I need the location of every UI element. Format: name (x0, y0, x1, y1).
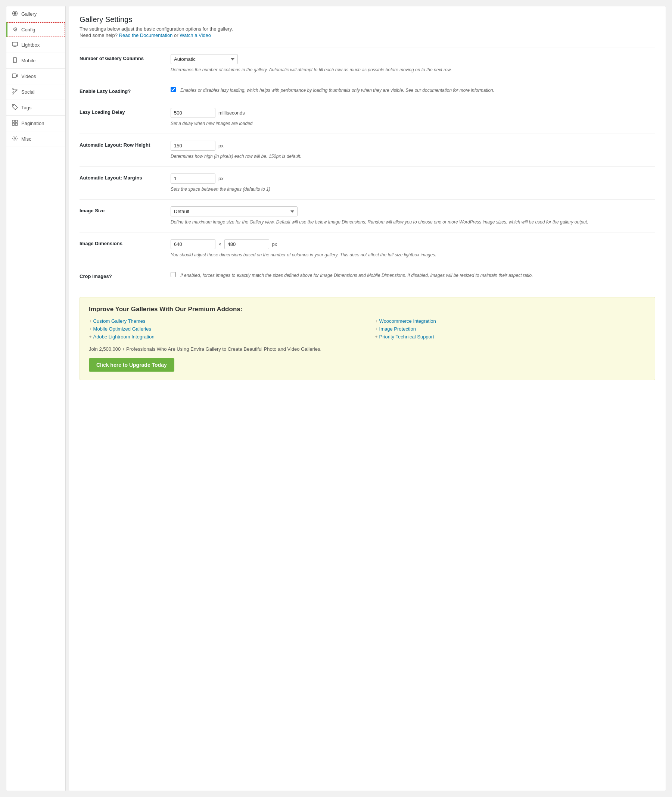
svg-point-13 (14, 138, 16, 139)
lazy-delay-label: Lazy Loading Delay (80, 108, 162, 115)
premium-plus-1: + (375, 318, 378, 324)
mobile-icon (11, 57, 18, 64)
crop-images-label: Crop Images? (80, 272, 162, 279)
config-icon: ⚙ (11, 26, 18, 33)
premium-link-lightroom[interactable]: Adobe Lightroom Integration (93, 334, 155, 340)
sidebar-item-pagination[interactable]: Pagination (6, 116, 66, 131)
premium-link-mobile-galleries[interactable]: Mobile Optimized Galleries (93, 326, 151, 332)
lazy-delay-group: milliseconds (171, 108, 655, 118)
sidebar-item-mobile[interactable]: Mobile (6, 53, 66, 69)
dimensions-separator: × (218, 241, 221, 247)
help-prefix: Need some help? (80, 32, 118, 38)
premium-link-item-0: + Custom Gallery Themes (89, 318, 360, 324)
lazy-delay-control: milliseconds Set a delay when new images… (171, 108, 655, 127)
sidebar-item-tags[interactable]: Tags (6, 100, 66, 116)
setting-row-lazy-delay: Lazy Loading Delay milliseconds Set a de… (80, 101, 655, 134)
premium-link-custom-themes[interactable]: Custom Gallery Themes (93, 318, 146, 324)
lazy-loading-checkbox-row: Enables or disables lazy loading, which … (171, 87, 655, 94)
sidebar-label-tags: Tags (21, 105, 31, 110)
or-text: or (174, 32, 178, 38)
pagination-icon (11, 120, 18, 127)
image-dimensions-desc: You should adjust these dimensions based… (171, 251, 655, 258)
sidebar-label-pagination: Pagination (21, 120, 44, 126)
social-icon (11, 88, 18, 96)
sidebar-label-misc: Misc (21, 136, 31, 142)
image-size-label: Image Size (80, 206, 162, 213)
image-height-input[interactable] (224, 239, 269, 249)
upgrade-button[interactable]: Click here to Upgrade Today (89, 358, 174, 372)
premium-plus-5: + (375, 334, 378, 340)
premium-plus-0: + (89, 318, 92, 324)
premium-link-priority-support[interactable]: Priority Technical Support (379, 334, 434, 340)
misc-icon (11, 136, 18, 142)
premium-plus-3: + (375, 326, 378, 332)
sidebar-item-misc[interactable]: Misc (6, 131, 66, 147)
sidebar-item-videos[interactable]: Videos (6, 69, 66, 84)
setting-row-image-dimensions: Image Dimensions × px You should adjust … (80, 232, 655, 265)
svg-point-8 (13, 105, 14, 106)
row-height-unit: px (218, 143, 224, 149)
image-size-select[interactable]: Default Thumbnail Medium Large Full Size… (171, 206, 298, 216)
row-height-input[interactable] (171, 141, 215, 151)
columns-desc: Determines the number of columns in the … (171, 66, 655, 73)
page-subtitle: The settings below adjust the basic conf… (80, 26, 655, 32)
svg-line-7 (13, 91, 16, 93)
svg-rect-5 (12, 74, 16, 78)
premium-link-woocommerce[interactable]: Woocommerce Integration (379, 318, 436, 324)
sidebar-label-social: Social (21, 89, 34, 95)
lazy-loading-label: Enable Lazy Loading? (80, 87, 162, 94)
svg-rect-10 (15, 120, 18, 122)
lazy-delay-input[interactable] (171, 108, 215, 118)
setting-row-image-size: Image Size Default Thumbnail Medium Larg… (80, 199, 655, 232)
image-width-input[interactable] (171, 239, 215, 249)
margins-group: px (171, 174, 655, 184)
videos-icon (11, 73, 18, 80)
setting-row-row-height: Automatic Layout: Row Height px Determin… (80, 134, 655, 166)
lazy-loading-checkbox[interactable] (171, 87, 176, 92)
sidebar-item-config[interactable]: ⚙ Config (6, 22, 66, 37)
sidebar-item-lightbox[interactable]: Lightbox (6, 37, 66, 53)
image-dimensions-group: × px (171, 239, 655, 249)
row-height-desc: Determines how high (in pixels) each row… (171, 153, 655, 160)
video-link[interactable]: Watch a Video (179, 32, 211, 38)
premium-link-image-protection[interactable]: Image Protection (379, 326, 416, 332)
premium-box: Improve Your Galleries With Our Premium … (80, 297, 655, 380)
setting-row-crop-images: Crop Images? If enabled, forces images t… (80, 265, 655, 286)
lightbox-icon (11, 42, 18, 48)
setting-row-margins: Automatic Layout: Margins px Sets the sp… (80, 166, 655, 199)
margins-unit: px (218, 176, 224, 181)
crop-images-control: If enabled, forces images to exactly mat… (171, 272, 655, 279)
premium-link-item-5: + Priority Technical Support (375, 334, 646, 340)
lazy-delay-desc: Set a delay when new images are loaded (171, 120, 655, 127)
crop-images-checkbox-row: If enabled, forces images to exactly mat… (171, 272, 655, 279)
sidebar-item-gallery[interactable]: Gallery (6, 6, 66, 22)
premium-tagline: Join 2,500,000 + Professionals Who Are U… (89, 345, 646, 353)
dimensions-unit: px (272, 241, 277, 247)
setting-row-columns: Number of Gallery Columns Automatic 1 2 … (80, 47, 655, 80)
row-height-label: Automatic Layout: Row Height (80, 141, 162, 148)
premium-title: Improve Your Galleries With Our Premium … (89, 306, 646, 313)
image-dimensions-label: Image Dimensions (80, 239, 162, 246)
svg-rect-11 (12, 123, 14, 125)
sidebar-item-social[interactable]: Social (6, 84, 66, 100)
premium-plus-4: + (89, 334, 92, 340)
sidebar-label-videos: Videos (21, 73, 36, 79)
crop-images-checkbox[interactable] (171, 272, 176, 277)
page-links: Need some help? Read the Documentation o… (80, 32, 655, 38)
page-title: Gallery Settings (80, 15, 655, 24)
main-content: Gallery Settings The settings below adju… (69, 6, 666, 791)
row-height-group: px (171, 141, 655, 151)
lazy-delay-unit: milliseconds (218, 110, 245, 116)
margins-desc: Sets the space between the images (defau… (171, 186, 655, 193)
svg-rect-0 (12, 42, 18, 46)
premium-link-item-2: + Mobile Optimized Galleries (89, 326, 360, 332)
lazy-loading-desc: Enables or disables lazy loading, which … (180, 87, 494, 94)
columns-select[interactable]: Automatic 1 2 3 4 5 6 (171, 54, 238, 64)
premium-plus-2: + (89, 326, 92, 332)
doc-link[interactable]: Read the Documentation (119, 32, 173, 38)
sidebar-label-mobile: Mobile (21, 58, 35, 64)
setting-row-lazy-loading: Enable Lazy Loading? Enables or disables… (80, 80, 655, 101)
margins-label: Automatic Layout: Margins (80, 174, 162, 180)
columns-label: Number of Gallery Columns (80, 54, 162, 61)
margins-input[interactable] (171, 174, 215, 184)
